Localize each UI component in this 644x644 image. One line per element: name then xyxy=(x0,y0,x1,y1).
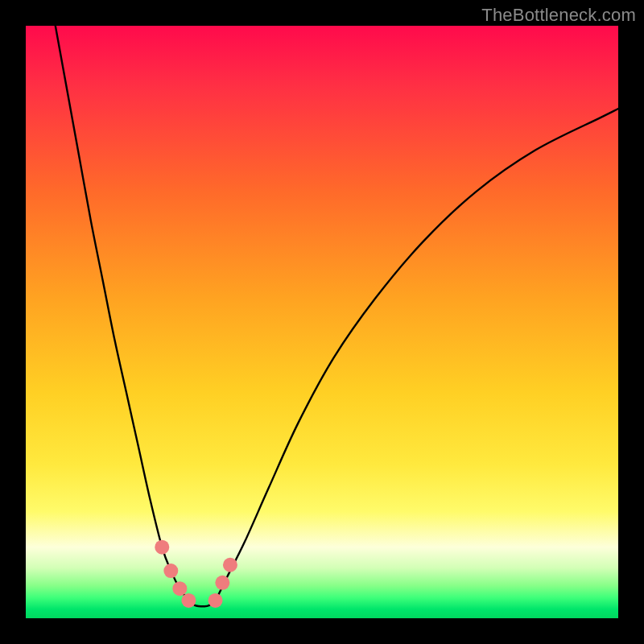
chart-svg xyxy=(26,26,618,618)
plot-area xyxy=(26,26,618,618)
watermark-text: TheBottleneck.com xyxy=(481,5,636,26)
frame-border xyxy=(0,0,26,644)
curve-marker xyxy=(215,576,229,590)
curve-marker xyxy=(163,564,178,578)
curve-marker xyxy=(208,593,223,608)
frame-border xyxy=(0,618,644,644)
gradient-background xyxy=(26,26,618,618)
chart-container: TheBottleneck.com xyxy=(0,0,644,644)
curve-marker xyxy=(172,581,187,596)
frame-border xyxy=(618,0,644,644)
curve-marker xyxy=(155,540,169,555)
curve-marker xyxy=(223,558,237,572)
curve-marker xyxy=(181,593,196,608)
